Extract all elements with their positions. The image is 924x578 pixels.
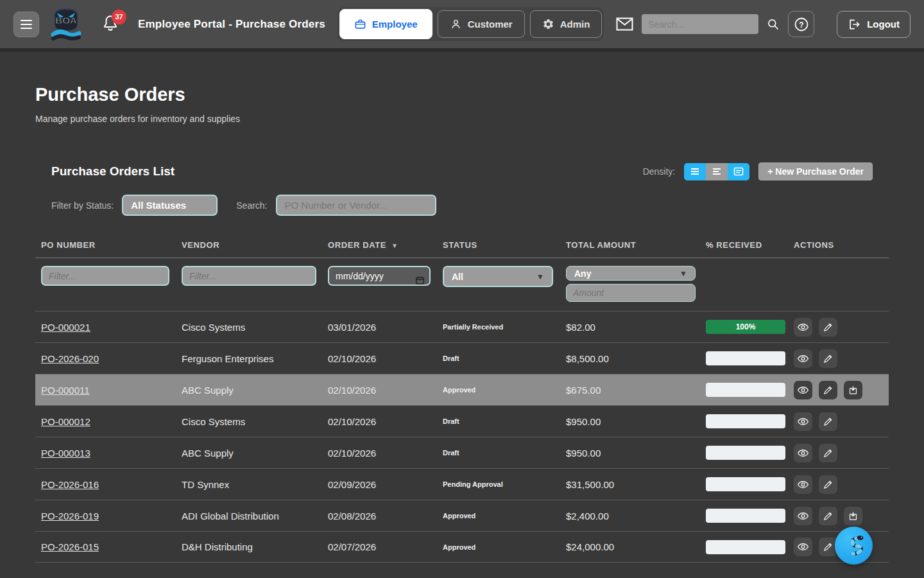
po-number-link[interactable]: PO-000013 (41, 448, 90, 459)
vendor-cell: ADI Global Distribution (176, 511, 322, 521)
edit-button[interactable] (819, 349, 837, 368)
view-button[interactable] (794, 412, 812, 431)
edit-button[interactable] (819, 475, 837, 494)
edit-button[interactable] (819, 381, 837, 399)
calendar-icon[interactable] (415, 276, 425, 285)
po-number-link[interactable]: PO-2026-015 (41, 541, 99, 552)
status-column-filter-select[interactable]: All ▼ (443, 266, 553, 287)
received-progress-bar: 100% (706, 320, 785, 334)
table-header-row: PO NUMBER VENDOR ORDER DATE▼ STATUS TOTA… (35, 234, 889, 258)
pencil-icon (823, 385, 834, 396)
po-number-link[interactable]: PO-2026-019 (41, 511, 99, 521)
view-button[interactable] (794, 475, 812, 494)
tab-admin[interactable]: Admin (530, 10, 603, 38)
purchase-orders-page: Purchase Orders Manage purchase orders f… (0, 84, 924, 563)
table-row[interactable]: PO-2026-015 D&H Distributing 02/07/2026 … (35, 531, 889, 563)
order-date-cell: 03/01/2026 (322, 322, 437, 333)
header-vendor[interactable]: VENDOR (176, 234, 322, 258)
pencil-icon (823, 479, 834, 490)
view-button[interactable] (794, 507, 812, 525)
vendor-cell: TD Synnex (176, 479, 322, 490)
order-date-cell: 02/07/2026 (322, 541, 437, 552)
received-progress-bar (706, 414, 785, 428)
table-row[interactable]: PO-000011 ABC Supply 02/10/2026 Approved… (35, 374, 889, 405)
status-cell: Draft (437, 355, 560, 362)
table-row[interactable]: PO-000013 ABC Supply 02/10/2026 Draft $9… (35, 437, 889, 468)
po-vendor-search-input[interactable] (276, 195, 436, 216)
hamburger-menu-button[interactable] (13, 12, 39, 37)
received-progress-bar (706, 351, 785, 365)
po-number-link[interactable]: PO-000011 (41, 385, 90, 396)
new-purchase-order-button[interactable]: + New Purchase Order (758, 162, 873, 180)
view-button[interactable] (794, 538, 812, 556)
received-percent-label: 100% (736, 322, 756, 331)
view-button[interactable] (794, 444, 812, 462)
view-button[interactable] (794, 381, 812, 399)
receive-button[interactable] (844, 381, 862, 399)
table-row[interactable]: PO-000012 Cisco Systems 02/10/2026 Draft… (35, 405, 889, 437)
help-button[interactable]: ? (788, 11, 814, 37)
view-button[interactable] (794, 349, 812, 368)
svg-text:BOA: BOA (55, 15, 77, 26)
logout-icon (848, 18, 860, 31)
status-cell: Approved (437, 512, 560, 520)
table-row[interactable]: PO-2026-016 TD Synnex 02/09/2026 Pending… (35, 468, 889, 500)
amount-filter-input[interactable] (566, 284, 696, 302)
pencil-icon (823, 541, 834, 552)
logout-button[interactable]: Logout (837, 11, 911, 38)
po-number-link[interactable]: PO-2026-020 (41, 353, 99, 364)
density-toggle-group (684, 163, 749, 180)
tab-employee[interactable]: Employee (339, 9, 432, 39)
edit-button[interactable] (819, 412, 837, 431)
status-filter-select[interactable]: All Statuses (122, 195, 218, 216)
pencil-icon (823, 322, 834, 333)
tab-customer[interactable]: Customer (438, 10, 525, 38)
eye-icon (797, 510, 809, 522)
vendor-cell: Cisco Systems (176, 322, 322, 333)
view-button[interactable] (794, 318, 812, 337)
vendor-cell: ABC Supply (176, 448, 322, 459)
table-row[interactable]: PO-2026-020 Ferguson Enterprises 02/10/2… (35, 342, 889, 374)
amount-cell: $2,400.00 (560, 511, 700, 521)
header-total-amount[interactable]: TOTAL AMOUNT (560, 234, 700, 258)
notifications-bell[interactable]: 37 (102, 13, 121, 35)
header-po-number[interactable]: PO NUMBER (35, 234, 176, 258)
density-comfortable-button[interactable] (706, 163, 728, 180)
header-order-date-label: ORDER DATE (328, 240, 386, 250)
po-number-link[interactable]: PO-000012 (41, 416, 90, 427)
help-icon: ? (794, 17, 809, 32)
boa-assistant-fab[interactable] (835, 527, 873, 565)
header-order-date[interactable]: ORDER DATE▼ (322, 234, 437, 258)
role-tab-group: Employee Customer Admin (338, 7, 604, 41)
receive-button[interactable] (844, 507, 862, 525)
vendor-cell: Cisco Systems (176, 416, 322, 427)
status-cell: Partially Received (437, 323, 560, 331)
vendor-filter-input[interactable] (182, 266, 316, 286)
amount-cell: $8,500.00 (560, 353, 700, 364)
table-row[interactable]: PO-000021 Cisco Systems 03/01/2026 Parti… (35, 311, 889, 342)
table-row[interactable]: PO-2026-019 ADI Global Distribution 02/0… (35, 500, 889, 531)
global-search-input[interactable] (642, 14, 758, 34)
header-status[interactable]: STATUS (437, 234, 560, 258)
list-section-title: Purchase Orders List (51, 164, 175, 179)
amount-cell: $950.00 (560, 416, 700, 427)
chevron-down-icon: ▼ (680, 269, 687, 278)
edit-button[interactable] (819, 444, 837, 462)
eye-icon (797, 353, 809, 365)
edit-button[interactable] (819, 507, 837, 525)
density-expanded-button[interactable] (728, 163, 749, 180)
search-icon[interactable] (767, 18, 780, 31)
svg-text:?: ? (799, 20, 803, 29)
received-progress-bar (706, 383, 785, 397)
po-number-link[interactable]: PO-000021 (41, 322, 90, 333)
status-cell: Approved (437, 543, 560, 551)
header-received[interactable]: % RECEIVED (700, 234, 788, 258)
gear-icon (542, 18, 554, 30)
density-compact-button[interactable] (684, 163, 706, 180)
mail-icon[interactable] (616, 17, 633, 31)
po-number-link[interactable]: PO-2026-016 (41, 479, 99, 490)
logout-label: Logout (867, 19, 900, 30)
po-number-filter-input[interactable] (41, 266, 169, 286)
amount-operator-select[interactable]: Any ▼ (566, 266, 696, 281)
edit-button[interactable] (819, 318, 837, 337)
